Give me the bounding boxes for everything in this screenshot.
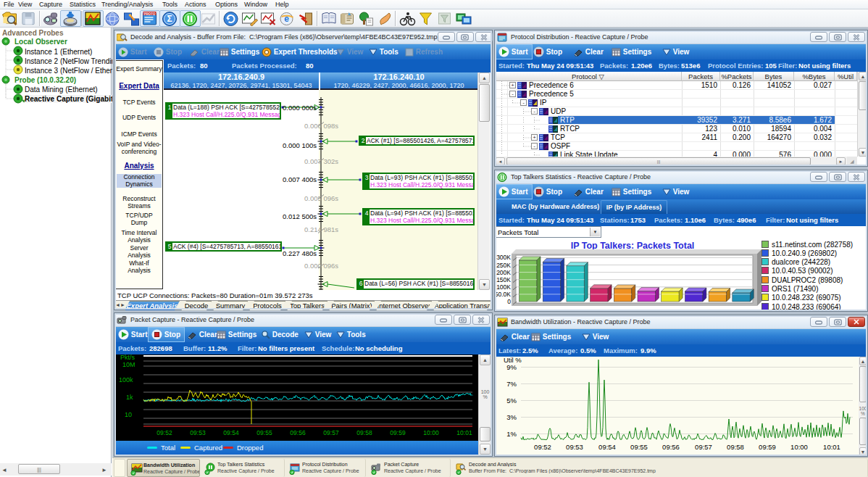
svg-text:200K: 200K bbox=[496, 269, 511, 276]
svg-text:10:01: 10:01 bbox=[823, 443, 840, 451]
svg-text:10:00: 10:00 bbox=[790, 443, 808, 451]
svg-text:5%: 5% bbox=[506, 397, 517, 405]
svg-text:09:57: 09:57 bbox=[695, 443, 712, 451]
svg-text:100K: 100K bbox=[496, 283, 511, 291]
svg-text:3%: 3% bbox=[506, 413, 517, 421]
svg-text:10: 10 bbox=[125, 411, 132, 418]
svg-text:09:53: 09:53 bbox=[566, 443, 583, 451]
svg-text:09:54: 09:54 bbox=[223, 429, 239, 436]
svg-text:100k: 100k bbox=[119, 376, 133, 383]
svg-text:09:55: 09:55 bbox=[256, 429, 272, 436]
svg-text:Σ: Σ bbox=[167, 14, 172, 24]
svg-text:Util %: Util % bbox=[504, 357, 522, 364]
svg-text:09:55: 09:55 bbox=[630, 443, 648, 451]
svg-text:10:00: 10:00 bbox=[423, 429, 439, 436]
svg-text:PROTO: PROTO bbox=[144, 12, 156, 16]
svg-text:0: 0 bbox=[507, 298, 511, 305]
svg-text:09:56: 09:56 bbox=[662, 443, 680, 451]
svg-text:09:59: 09:59 bbox=[390, 429, 406, 436]
svg-text:09:53: 09:53 bbox=[190, 429, 206, 436]
svg-text:300K: 300K bbox=[496, 254, 511, 261]
svg-text:09:54: 09:54 bbox=[598, 443, 616, 451]
svg-text:10:01: 10:01 bbox=[456, 429, 472, 436]
svg-text:1%: 1% bbox=[506, 430, 517, 438]
svg-text:10M: 10M bbox=[122, 361, 135, 368]
svg-text:09:58: 09:58 bbox=[356, 429, 372, 436]
svg-text:09:52: 09:52 bbox=[534, 443, 551, 451]
svg-text:09:58: 09:58 bbox=[727, 443, 744, 451]
svg-text:09:52: 09:52 bbox=[157, 429, 172, 436]
svg-text:09:56: 09:56 bbox=[290, 429, 306, 436]
svg-text:09:59: 09:59 bbox=[759, 443, 776, 451]
svg-text:50.0K: 50.0K bbox=[495, 291, 511, 298]
svg-text:09:57: 09:57 bbox=[323, 429, 339, 436]
svg-text:7%: 7% bbox=[506, 380, 517, 388]
svg-text:Pkt/s: Pkt/s bbox=[120, 354, 135, 361]
svg-text:150K: 150K bbox=[496, 276, 511, 283]
svg-text:1k: 1k bbox=[126, 394, 133, 401]
svg-text:9%: 9% bbox=[506, 363, 517, 371]
svg-text:250K: 250K bbox=[496, 262, 511, 269]
